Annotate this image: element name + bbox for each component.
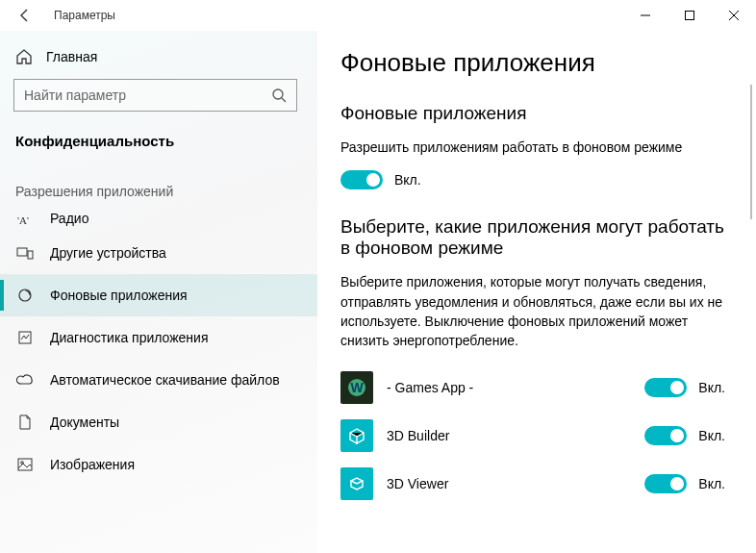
sidebar-item-label: Фоновые приложения	[50, 288, 188, 303]
app-toggle-state: Вкл.	[698, 380, 725, 395]
section1-desc: Разрешить приложениям работать в фоновом…	[340, 138, 725, 157]
sidebar-item-label: Документы	[50, 415, 119, 430]
sidebar-item-app-diagnostics[interactable]: Диагностика приложения	[0, 316, 317, 359]
category-title: Конфиденциальность	[0, 125, 317, 166]
close-button[interactable]	[712, 0, 756, 31]
search-box[interactable]	[13, 79, 297, 112]
svg-text:'A': 'A'	[17, 214, 29, 226]
sidebar-item-documents[interactable]: Документы	[0, 401, 317, 443]
app-name: 3D Builder	[387, 428, 644, 443]
sidebar-item-background-apps[interactable]: Фоновые приложения	[0, 274, 317, 316]
section2-title: Выберите, какие приложения могут работат…	[340, 216, 725, 259]
home-label: Главная	[46, 49, 97, 64]
pictures-icon	[15, 458, 35, 471]
sidebar-subhead: Разрешения приложений	[0, 166, 317, 203]
content-pane: Фоновые приложения Фоновые приложения Ра…	[317, 31, 756, 553]
app-name: - Games App -	[387, 380, 644, 395]
sidebar-item-radio[interactable]: 'A' Радио	[0, 203, 317, 232]
svg-text:W: W	[350, 380, 364, 395]
app-toggle[interactable]	[644, 426, 687, 445]
master-toggle[interactable]	[340, 170, 383, 189]
svg-point-9	[19, 289, 31, 301]
window-controls	[623, 0, 756, 31]
app-toggle-state: Вкл.	[698, 428, 725, 443]
page-heading: Фоновые приложения	[340, 48, 725, 78]
radio-icon: 'A'	[15, 214, 35, 226]
app-toggle[interactable]	[644, 378, 687, 397]
titlebar: Параметры	[0, 0, 756, 31]
sidebar-item-label: Автоматическое скачивание файлов	[50, 372, 280, 388]
app-row: 3D Builder Вкл.	[340, 419, 725, 452]
devices-icon	[15, 245, 35, 261]
master-toggle-state: Вкл.	[394, 172, 421, 188]
section2-desc: Выберите приложения, которые могут получ…	[340, 272, 725, 350]
app-icon-games: W	[340, 371, 373, 404]
svg-rect-7	[17, 248, 27, 256]
sidebar-item-label: Изображения	[50, 457, 135, 472]
documents-icon	[15, 415, 35, 430]
sidebar: Главная Конфиденциальность Разрешения пр…	[0, 31, 317, 553]
sidebar-item-other-devices[interactable]: Другие устройства	[0, 232, 317, 274]
svg-line-5	[282, 98, 286, 102]
app-icon-3dviewer	[340, 467, 373, 500]
sidebar-item-label: Диагностика приложения	[50, 330, 208, 345]
svg-point-4	[273, 89, 283, 99]
sidebar-item-label: Другие устройства	[50, 245, 166, 261]
minimize-button[interactable]	[623, 0, 668, 31]
app-row: 3D Viewer Вкл.	[340, 467, 725, 500]
sidebar-item-auto-downloads[interactable]: Автоматическое скачивание файлов	[0, 359, 317, 401]
app-icon-3dbuilder	[340, 419, 373, 452]
cloud-icon	[15, 373, 35, 387]
background-apps-icon	[15, 288, 35, 303]
search-input[interactable]	[24, 88, 255, 103]
svg-rect-1	[686, 12, 694, 20]
window-title: Параметры	[54, 9, 115, 22]
home-nav[interactable]: Главная	[0, 40, 317, 79]
home-icon	[15, 48, 33, 65]
diagnostics-icon	[15, 330, 35, 345]
scrollbar[interactable]	[750, 85, 752, 219]
maximize-button[interactable]	[668, 0, 712, 31]
section1-title: Фоновые приложения	[340, 103, 725, 124]
app-row: W - Games App - Вкл.	[340, 371, 725, 404]
sidebar-item-label: Радио	[50, 211, 88, 226]
app-toggle[interactable]	[644, 474, 687, 493]
app-name: 3D Viewer	[387, 476, 644, 491]
search-icon	[271, 88, 287, 103]
svg-rect-8	[28, 251, 33, 259]
back-button[interactable]	[13, 9, 37, 22]
sidebar-item-pictures[interactable]: Изображения	[0, 443, 317, 486]
app-toggle-state: Вкл.	[698, 476, 725, 491]
